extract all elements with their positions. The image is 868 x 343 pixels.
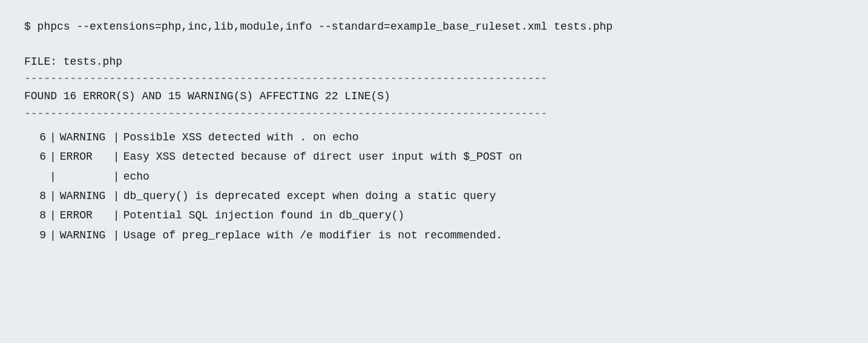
row-pipe2: |	[110, 226, 123, 245]
table-row: 9|WARNING|Usage of preg_replace with /e …	[24, 226, 844, 245]
row-pipe2: |	[110, 167, 123, 186]
row-message: Possible XSS detected with . on echo	[123, 128, 359, 147]
row-num: 6	[24, 147, 46, 166]
row-type: WARNING	[60, 128, 110, 147]
row-pipe2: |	[110, 186, 123, 206]
row-pipe2: |	[110, 147, 123, 166]
row-message: echo	[123, 167, 150, 186]
row-type: ERROR	[60, 206, 110, 225]
row-pipe1: |	[46, 186, 60, 206]
file-label: FILE: tests.php	[24, 53, 844, 71]
row-type: WARNING	[60, 226, 110, 245]
separator-2: ----------------------------------------…	[24, 105, 844, 123]
row-num	[24, 167, 46, 186]
command-line: $ phpcs --extensions=php,inc,lib,module,…	[24, 18, 844, 36]
table-row: 6|WARNING|Possible XSS detected with . o…	[24, 128, 844, 147]
blank-line	[24, 36, 844, 53]
row-pipe1: |	[46, 167, 60, 186]
separator-1: ----------------------------------------…	[24, 70, 844, 88]
row-pipe1: |	[46, 226, 60, 245]
row-message: Potential SQL injection found in db_quer…	[123, 206, 404, 225]
row-pipe1: |	[46, 147, 60, 166]
summary-line: FOUND 16 ERROR(S) AND 15 WARNING(S) AFFE…	[24, 88, 844, 105]
table-row: | |echo	[24, 167, 844, 186]
row-num: 6	[24, 128, 46, 147]
row-message: db_query() is deprecated except when doi…	[123, 186, 496, 206]
row-message: Easy XSS detected because of direct user…	[123, 147, 522, 166]
results-table: 6|WARNING|Possible XSS detected with . o…	[24, 128, 844, 245]
row-type: WARNING	[60, 186, 110, 206]
row-type: ERROR	[60, 147, 110, 166]
row-num: 9	[24, 226, 46, 245]
row-pipe2: |	[110, 128, 123, 147]
row-pipe2: |	[110, 206, 123, 225]
row-pipe1: |	[46, 206, 60, 225]
table-row: 8|WARNING|db_query() is deprecated excep…	[24, 186, 844, 206]
row-num: 8	[24, 186, 46, 206]
row-type	[60, 167, 110, 186]
row-message: Usage of preg_replace with /e modifier i…	[123, 226, 503, 245]
terminal-output: $ phpcs --extensions=php,inc,lib,module,…	[24, 18, 844, 245]
table-row: 8|ERROR |Potential SQL injection found i…	[24, 206, 844, 225]
row-pipe1: |	[46, 128, 60, 147]
table-row: 6|ERROR |Easy XSS detected because of di…	[24, 147, 844, 166]
row-num: 8	[24, 206, 46, 225]
